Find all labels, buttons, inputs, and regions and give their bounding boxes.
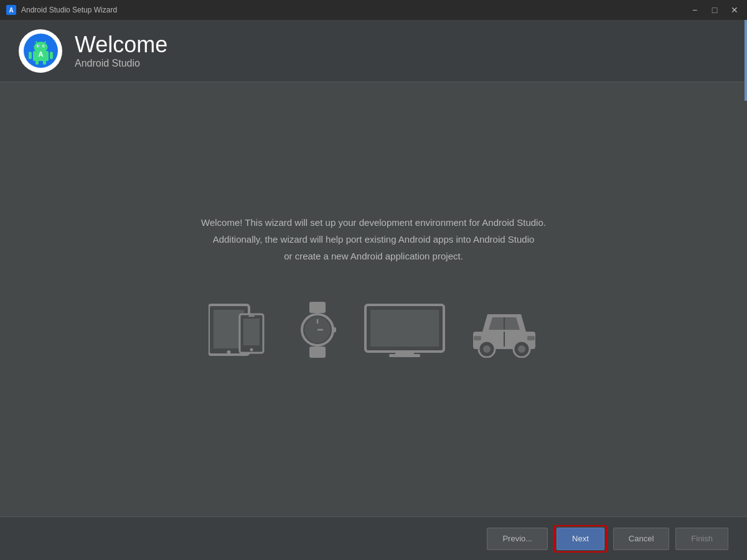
svg-rect-29 bbox=[333, 327, 336, 332]
svg-rect-13 bbox=[35, 60, 39, 65]
app-icon: A bbox=[6, 5, 16, 15]
next-button-wrapper: Next bbox=[554, 525, 607, 553]
svg-point-21 bbox=[250, 348, 253, 351]
svg-text:A: A bbox=[38, 50, 43, 58]
svg-rect-11 bbox=[29, 52, 32, 59]
phone-tablet-icon bbox=[209, 302, 271, 360]
main-content: Welcome! This wizard will set up your de… bbox=[0, 82, 747, 516]
button-bar: Previo... Next Cancel Finish bbox=[0, 516, 747, 560]
svg-point-38 bbox=[518, 345, 525, 353]
svg-point-7 bbox=[37, 45, 39, 47]
svg-rect-22 bbox=[248, 315, 255, 317]
previous-button[interactable]: Previo... bbox=[487, 528, 548, 550]
welcome-line-2: Additionally, the wizard will help port … bbox=[201, 231, 546, 248]
close-button[interactable]: ✕ bbox=[728, 4, 741, 16]
maximize-button[interactable]: □ bbox=[708, 4, 721, 16]
svg-rect-23 bbox=[309, 302, 326, 313]
scrollbar-indicator bbox=[745, 20, 747, 101]
minimize-button[interactable]: − bbox=[688, 4, 701, 16]
svg-rect-33 bbox=[389, 354, 420, 357]
svg-rect-12 bbox=[50, 52, 53, 59]
watch-icon bbox=[296, 302, 339, 360]
svg-rect-40 bbox=[527, 336, 535, 340]
tv-icon bbox=[364, 302, 445, 360]
welcome-line-3: or create a new Android application proj… bbox=[201, 248, 546, 264]
title-bar-controls: − □ ✕ bbox=[688, 4, 741, 16]
svg-rect-14 bbox=[43, 60, 46, 65]
page-title: Welcome bbox=[75, 32, 167, 57]
next-button[interactable]: Next bbox=[557, 528, 604, 550]
page-subtitle: Android Studio bbox=[75, 58, 167, 69]
svg-point-8 bbox=[43, 45, 44, 47]
svg-rect-39 bbox=[474, 336, 481, 340]
logo-circle: A bbox=[19, 29, 62, 73]
android-studio-logo: A bbox=[24, 34, 58, 68]
svg-rect-28 bbox=[309, 347, 326, 358]
svg-text:A: A bbox=[9, 7, 13, 14]
svg-point-18 bbox=[227, 350, 231, 354]
cancel-button[interactable]: Cancel bbox=[613, 528, 669, 550]
svg-rect-20 bbox=[243, 319, 260, 345]
svg-rect-31 bbox=[370, 310, 439, 347]
welcome-text: Welcome! This wizard will set up your de… bbox=[201, 214, 546, 264]
finish-button[interactable]: Finish bbox=[675, 528, 728, 550]
title-bar-text: Android Studio Setup Wizard bbox=[21, 6, 688, 14]
car-icon bbox=[470, 302, 538, 360]
svg-point-36 bbox=[483, 345, 491, 353]
device-icons-container bbox=[209, 302, 538, 360]
welcome-line-1: Welcome! This wizard will set up your de… bbox=[201, 214, 546, 231]
title-bar: A Android Studio Setup Wizard − □ ✕ bbox=[0, 0, 747, 20]
header-text: Welcome Android Studio bbox=[75, 32, 167, 70]
header: A Welcome Android Studio bbox=[0, 20, 747, 82]
